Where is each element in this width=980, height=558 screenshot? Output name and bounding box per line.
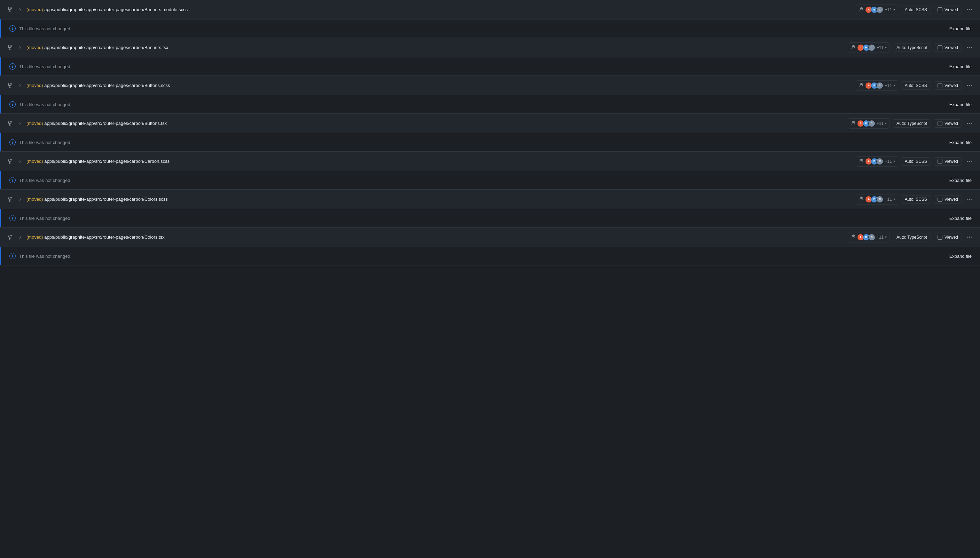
expand-file-btn-colors-tsx[interactable]: Expand file [947, 252, 974, 260]
more-options-btn-buttons-tsx[interactable] [965, 119, 974, 128]
viewed-btn-banners-scss[interactable]: Viewed [934, 6, 962, 14]
reviewers-badge-banners-scss[interactable]: A B C +11 ▾ [856, 5, 898, 15]
chevron-toggle-colors-tsx[interactable] [17, 234, 24, 241]
reviewers-badge-buttons-tsx[interactable]: A B C +11 ▾ [848, 118, 890, 129]
more-options-btn-colors-scss[interactable] [965, 195, 974, 204]
chevron-toggle-banners-tsx[interactable] [17, 44, 24, 51]
not-changed-text: This file was not changed [19, 216, 70, 221]
avatar-3: C [876, 196, 883, 203]
avatars-group: A B C [865, 158, 883, 165]
reviewer-count: +11 [885, 7, 891, 12]
file-path-text: apps/public/graphite-app/src/router-page… [44, 159, 169, 164]
person-svg-icon [851, 234, 856, 239]
file-entry-colors-tsx: (moved) apps/public/graphite-app/src/rou… [0, 228, 980, 266]
chevron-toggle-colors-scss[interactable] [17, 196, 24, 203]
file-header-left: (moved) apps/public/graphite-app/src/rou… [6, 233, 848, 241]
reviewers-chevron-icon: ▾ [885, 121, 887, 125]
lang-badge-buttons-tsx[interactable]: Auto: TypeScript [893, 119, 931, 128]
diff-toggle-buttons-tsx[interactable] [6, 119, 14, 128]
file-path-text: apps/public/graphite-app/src/router-page… [44, 83, 170, 88]
file-info-left: i This file was not changed [10, 253, 70, 259]
lang-badge-buttons-scss[interactable]: Auto: SCSS [901, 81, 931, 90]
expand-file-btn-carbon-scss[interactable]: Expand file [947, 176, 974, 184]
reviewers-badge-banners-tsx[interactable]: A B C +11 ▾ [848, 43, 890, 53]
chevron-right-icon [18, 121, 22, 126]
viewed-checkbox [937, 83, 942, 88]
viewed-btn-buttons-tsx[interactable]: Viewed [934, 119, 962, 128]
viewed-label: Viewed [944, 45, 958, 50]
diff-toggle-banners-tsx[interactable] [6, 43, 14, 52]
file-info-row-banners-scss: i This file was not changed Expand file [0, 20, 980, 38]
diff-toggle-buttons-scss[interactable] [6, 81, 14, 90]
viewed-btn-colors-scss[interactable]: Viewed [934, 195, 962, 204]
diff-toggle-banners-scss[interactable] [6, 6, 14, 14]
person-svg-icon [859, 196, 864, 201]
file-header-carbon-scss: (moved) apps/public/graphite-app/src/rou… [0, 152, 980, 171]
file-path-banners-scss: (moved) apps/public/graphite-app/src/rou… [26, 7, 187, 12]
diff-icon [7, 235, 13, 240]
file-header-banners-tsx: (moved) apps/public/graphite-app/src/rou… [0, 38, 980, 57]
file-entry-colors-scss: (moved) apps/public/graphite-app/src/rou… [0, 190, 980, 228]
expand-file-btn-banners-scss[interactable]: Expand file [947, 25, 974, 33]
diff-toggle-carbon-scss[interactable] [6, 157, 14, 166]
viewed-btn-banners-tsx[interactable]: Viewed [934, 43, 962, 52]
viewed-label: Viewed [944, 7, 958, 12]
expand-file-btn-buttons-tsx[interactable]: Expand file [947, 138, 974, 146]
chevron-right-icon [18, 8, 22, 12]
viewed-btn-carbon-scss[interactable]: Viewed [934, 157, 962, 166]
chevron-toggle-buttons-tsx[interactable] [17, 120, 24, 127]
expand-file-btn-colors-scss[interactable]: Expand file [947, 214, 974, 222]
diff-icon [7, 83, 13, 89]
chevron-toggle-buttons-scss[interactable] [17, 82, 24, 89]
more-options-btn-banners-scss[interactable] [965, 6, 974, 14]
person-icon [859, 7, 864, 13]
expand-file-btn-banners-tsx[interactable]: Expand file [947, 62, 974, 71]
person-svg-icon [859, 7, 864, 11]
file-info-row-buttons-tsx: i This file was not changed Expand file [0, 133, 980, 151]
more-options-btn-colors-tsx[interactable] [965, 233, 974, 241]
diff-toggle-colors-scss[interactable] [6, 195, 14, 204]
reviewers-badge-buttons-scss[interactable]: A B C +11 ▾ [856, 80, 898, 91]
chevron-right-icon [18, 159, 22, 164]
viewed-checkbox [937, 45, 942, 50]
reviewers-badge-carbon-scss[interactable]: A B C +11 ▾ [856, 156, 898, 167]
file-header-right: A B C +11 ▾ Auto: SCSS Viewed [856, 156, 974, 167]
viewed-btn-colors-tsx[interactable]: Viewed [934, 233, 962, 241]
more-options-btn-carbon-scss[interactable] [965, 157, 974, 166]
viewed-label: Viewed [944, 121, 958, 126]
expand-file-btn-buttons-scss[interactable]: Expand file [947, 100, 974, 108]
reviewers-badge-colors-scss[interactable]: A B C +11 ▾ [856, 194, 898, 205]
more-options-btn-buttons-scss[interactable] [965, 81, 974, 90]
viewed-btn-buttons-scss[interactable]: Viewed [934, 81, 962, 90]
more-options-btn-banners-tsx[interactable] [965, 43, 974, 52]
file-header-right: A B C +11 ▾ Auto: TypeScript Viewed [848, 118, 974, 129]
avatar-3: C [876, 158, 883, 165]
moved-label: (moved) [26, 197, 43, 202]
file-entry-banners-scss: (moved) apps/public/graphite-app/src/rou… [0, 0, 980, 38]
file-header-left: (moved) apps/public/graphite-app/src/rou… [6, 43, 848, 52]
lang-badge-banners-tsx[interactable]: Auto: TypeScript [893, 43, 931, 52]
viewed-label: Viewed [944, 235, 958, 240]
lang-badge-banners-scss[interactable]: Auto: SCSS [901, 6, 931, 14]
lang-badge-carbon-scss[interactable]: Auto: SCSS [901, 157, 931, 166]
moved-label: (moved) [26, 235, 43, 240]
chevron-toggle-banners-scss[interactable] [17, 6, 24, 13]
file-entry-buttons-tsx: (moved) apps/public/graphite-app/src/rou… [0, 114, 980, 152]
file-path-colors-tsx: (moved) apps/public/graphite-app/src/rou… [26, 235, 164, 240]
avatars-group: A B C [857, 234, 875, 241]
viewed-checkbox [937, 159, 942, 164]
diff-toggle-colors-tsx[interactable] [6, 233, 14, 241]
file-path-text: apps/public/graphite-app/src/router-page… [44, 7, 187, 12]
reviewers-badge-colors-tsx[interactable]: A B C +11 ▾ [848, 232, 890, 243]
lang-badge-colors-scss[interactable]: Auto: SCSS [901, 195, 931, 204]
info-icon: i [10, 63, 16, 70]
person-icon [859, 158, 864, 164]
file-header-left: (moved) apps/public/graphite-app/src/rou… [6, 6, 856, 14]
lang-badge-colors-tsx[interactable]: Auto: TypeScript [893, 233, 931, 241]
info-icon: i [10, 215, 16, 221]
file-entry-carbon-scss: (moved) apps/public/graphite-app/src/rou… [0, 152, 980, 190]
file-header-left: (moved) apps/public/graphite-app/src/rou… [6, 195, 856, 204]
viewed-label: Viewed [944, 83, 958, 88]
file-path-colors-scss: (moved) apps/public/graphite-app/src/rou… [26, 197, 168, 202]
chevron-toggle-carbon-scss[interactable] [17, 158, 24, 165]
